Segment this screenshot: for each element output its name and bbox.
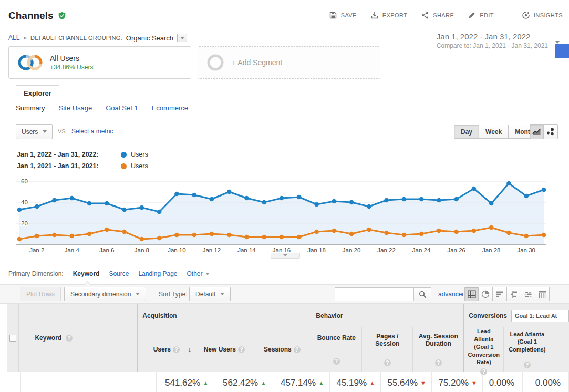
export-button[interactable]: EXPORT [370, 11, 407, 19]
table-view-icon[interactable] [464, 287, 479, 301]
data-point[interactable] [157, 236, 162, 241]
data-point[interactable] [384, 231, 389, 235]
select-all-checkbox[interactable] [9, 335, 16, 342]
help-icon[interactable] [524, 362, 531, 368]
channel-grouping-dropdown[interactable] [177, 34, 187, 42]
data-point[interactable] [70, 196, 75, 201]
data-point[interactable] [70, 234, 75, 239]
keyword-column-header[interactable]: Keyword [19, 304, 138, 372]
metric-select-dropdown[interactable]: Users [16, 124, 53, 139]
data-point[interactable] [349, 232, 354, 236]
edit-button[interactable]: EDIT [468, 11, 494, 19]
chart-annotations-expander[interactable] [271, 253, 300, 259]
data-point[interactable] [105, 201, 109, 206]
data-point[interactable] [157, 210, 162, 214]
select-a-metric-link[interactable]: Select a metric [71, 128, 113, 135]
data-point[interactable] [506, 231, 511, 235]
sort-descending-icon[interactable]: ↓ [188, 345, 191, 354]
data-point[interactable] [367, 204, 371, 209]
data-point[interactable] [437, 198, 441, 203]
data-point[interactable] [17, 208, 22, 212]
data-point[interactable] [506, 181, 511, 186]
search-input[interactable] [335, 287, 413, 301]
timeseries-chart[interactable]: 204060Jan 2Jan 4Jan 6Jan 8Jan 10Jan 12Ja… [7, 173, 562, 257]
data-point[interactable] [332, 229, 337, 233]
granularity-week-button[interactable]: Week [479, 125, 509, 139]
help-icon[interactable] [435, 359, 442, 366]
subnav-site-usage[interactable]: Site Usage [59, 104, 92, 112]
column-goal-conversion-rate[interactable]: Lead Atlanta (Goal 1 Conversion Rate) [464, 327, 504, 372]
date-range-selector[interactable]: Jan 1, 2022 - Jan 31, 2022 Compare to: J… [437, 32, 548, 49]
data-point[interactable] [402, 233, 407, 238]
advanced-search-link[interactable]: advanced [438, 291, 465, 298]
tab-explorer[interactable]: Explorer [16, 85, 59, 100]
breadcrumb-all-link[interactable]: ALL [8, 34, 19, 42]
dimension-landing-page[interactable]: Landing Page [138, 270, 177, 277]
dimension-keyword[interactable]: Keyword [73, 270, 100, 277]
data-point[interactable] [35, 234, 39, 239]
comparison-view-icon[interactable] [507, 287, 521, 301]
data-point[interactable] [384, 198, 389, 203]
data-point[interactable] [419, 197, 424, 202]
data-point[interactable] [524, 234, 529, 239]
data-point[interactable] [402, 197, 407, 202]
data-point[interactable] [349, 200, 354, 205]
column-pages-session[interactable]: Pages / Session [362, 327, 413, 372]
data-point[interactable] [244, 196, 249, 201]
data-point[interactable] [140, 237, 144, 242]
save-button[interactable]: SAVE [329, 11, 357, 19]
data-point[interactable] [489, 201, 494, 206]
data-point[interactable] [17, 237, 22, 242]
data-point[interactable] [52, 198, 57, 203]
column-new-users[interactable]: New Users [195, 327, 253, 372]
line-chart-toggle-button[interactable] [530, 124, 544, 139]
data-point[interactable] [472, 229, 477, 233]
data-point[interactable] [210, 197, 214, 202]
data-point[interactable] [367, 228, 371, 232]
goal-selector-dropdown[interactable]: Goal 1: Lead At [511, 310, 569, 322]
pivot-view-icon[interactable] [535, 287, 550, 301]
data-point[interactable] [227, 190, 232, 194]
data-point[interactable] [227, 233, 232, 238]
data-point[interactable] [192, 193, 196, 198]
search-button[interactable] [413, 287, 431, 301]
data-point[interactable] [454, 197, 459, 202]
data-point[interactable] [87, 232, 92, 236]
data-point[interactable] [52, 233, 57, 238]
data-point[interactable] [87, 201, 92, 206]
data-point[interactable] [262, 235, 266, 240]
subnav-goal-set-1[interactable]: Goal Set 1 [106, 104, 138, 112]
help-icon[interactable] [384, 359, 391, 366]
data-point[interactable] [35, 204, 39, 209]
help-icon[interactable] [173, 346, 180, 353]
data-point[interactable] [122, 208, 127, 212]
data-point[interactable] [454, 230, 459, 234]
dimension-source[interactable]: Source [109, 270, 129, 277]
secondary-dimension-dropdown[interactable]: Secondary dimension [64, 287, 146, 301]
column-goal-completions[interactable]: Lead Atlanta (Goal 1 Completions) [504, 327, 550, 372]
segment-all-users[interactable]: All Users +34.86% Users [8, 46, 191, 79]
data-point[interactable] [542, 233, 546, 238]
data-point[interactable] [419, 232, 424, 236]
data-point[interactable] [174, 233, 179, 238]
data-point[interactable] [210, 232, 214, 236]
sort-type-dropdown[interactable]: Default [189, 287, 231, 301]
motion-chart-toggle-button[interactable] [544, 124, 558, 139]
data-point[interactable] [192, 233, 196, 238]
help-icon[interactable] [333, 358, 340, 365]
date-range-caret-icon[interactable] [555, 41, 560, 44]
data-point[interactable] [280, 235, 284, 240]
plot-rows-button[interactable]: Plot Rows [20, 287, 61, 301]
data-point[interactable] [472, 187, 477, 191]
subnav-ecommerce[interactable]: Ecommerce [152, 104, 188, 112]
dimension-other-dropdown[interactable]: Other [187, 270, 210, 277]
data-point[interactable] [542, 188, 546, 192]
granularity-day-button[interactable]: Day [454, 125, 479, 139]
help-icon[interactable] [66, 335, 73, 342]
data-point[interactable] [314, 202, 319, 207]
add-segment-button[interactable]: + Add Segment [198, 46, 380, 79]
column-avg-session-duration[interactable]: Avg. Session Duration [413, 327, 464, 372]
data-point[interactable] [489, 225, 494, 230]
column-bounce-rate[interactable]: Bounce Rate [311, 327, 362, 372]
percentage-view-icon[interactable] [479, 287, 493, 301]
